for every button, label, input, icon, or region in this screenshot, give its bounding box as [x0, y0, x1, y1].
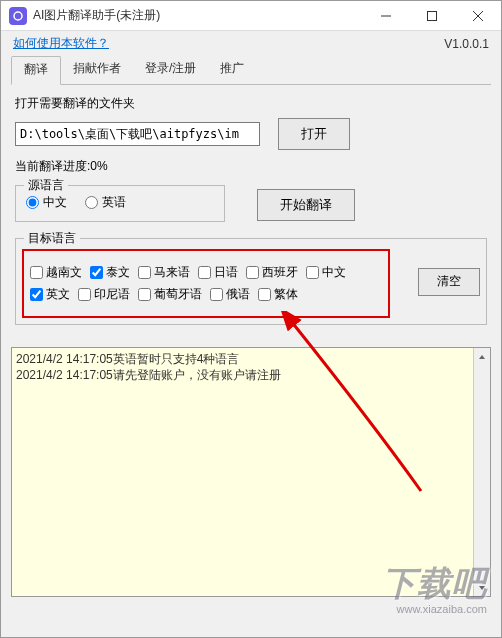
folder-path-input[interactable]	[15, 122, 260, 146]
tab-donate[interactable]: 捐献作者	[61, 56, 133, 84]
scroll-up-icon[interactable]	[474, 348, 490, 365]
chk-portuguese[interactable]: 葡萄牙语	[138, 286, 202, 303]
radio-english[interactable]: 英语	[85, 194, 126, 211]
clear-button[interactable]: 清空	[418, 268, 480, 296]
start-translate-button[interactable]: 开始翻译	[257, 189, 355, 221]
tab-bar: 翻译 捐献作者 登录/注册 推广	[11, 56, 491, 85]
title-bar: AI图片翻译助手(未注册)	[1, 1, 501, 31]
app-icon	[9, 7, 27, 25]
chk-japanese[interactable]: 日语	[198, 264, 238, 281]
progress-text: 当前翻译进度:0%	[15, 158, 487, 175]
tab-promote[interactable]: 推广	[208, 56, 256, 84]
chk-traditional[interactable]: 繁体	[258, 286, 298, 303]
log-area[interactable]: 2021/4/2 14:17:05英语暂时只支持4种语言 2021/4/2 14…	[11, 347, 491, 597]
source-legend: 源语言	[24, 177, 68, 194]
target-legend: 目标语言	[24, 230, 80, 247]
version-label: V1.0.0.1	[444, 37, 489, 51]
vertical-scrollbar[interactable]	[473, 348, 490, 596]
window-title: AI图片翻译助手(未注册)	[33, 7, 363, 24]
app-window: AI图片翻译助手(未注册) 如何使用本软件？ V1.0.0.1 翻译 捐献作者 …	[0, 0, 502, 638]
chk-spanish[interactable]: 西班牙	[246, 264, 298, 281]
chk-vietnamese[interactable]: 越南文	[30, 264, 82, 281]
target-language-group: 目标语言 越南文 泰文 马来语 日语 西班牙 中文	[15, 238, 487, 325]
watermark: 下载吧 www.xiazaiba.com	[382, 561, 487, 615]
open-button[interactable]: 打开	[278, 118, 350, 150]
chk-indonesian[interactable]: 印尼语	[78, 286, 130, 303]
chk-chinese[interactable]: 中文	[306, 264, 346, 281]
help-link[interactable]: 如何使用本软件？	[13, 35, 109, 52]
watermark-url: www.xiazaiba.com	[382, 603, 487, 615]
window-controls	[363, 1, 501, 30]
chk-english[interactable]: 英文	[30, 286, 70, 303]
chk-russian[interactable]: 俄语	[210, 286, 250, 303]
log-line: 2021/4/2 14:17:05英语暂时只支持4种语言	[16, 352, 486, 368]
radio-chinese[interactable]: 中文	[26, 194, 67, 211]
progress-value: 0%	[90, 159, 107, 173]
source-language-group: 源语言 中文 英语	[15, 185, 225, 222]
open-folder-label: 打开需要翻译的文件夹	[15, 95, 487, 112]
close-button[interactable]	[455, 1, 501, 31]
svg-rect-2	[428, 12, 437, 21]
tab-login[interactable]: 登录/注册	[133, 56, 208, 84]
tab-content: 打开需要翻译的文件夹 打开 当前翻译进度:0% 源语言 中文 英语 开始翻译 目…	[1, 85, 501, 341]
tab-translate[interactable]: 翻译	[11, 56, 61, 85]
chk-thai[interactable]: 泰文	[90, 264, 130, 281]
progress-label: 当前翻译进度:	[15, 159, 90, 173]
chk-malay[interactable]: 马来语	[138, 264, 190, 281]
watermark-text: 下载吧	[382, 561, 487, 607]
svg-point-0	[14, 12, 22, 20]
log-line: 2021/4/2 14:17:05请先登陆账户，没有账户请注册	[16, 368, 486, 384]
minimize-button[interactable]	[363, 1, 409, 31]
maximize-button[interactable]	[409, 1, 455, 31]
